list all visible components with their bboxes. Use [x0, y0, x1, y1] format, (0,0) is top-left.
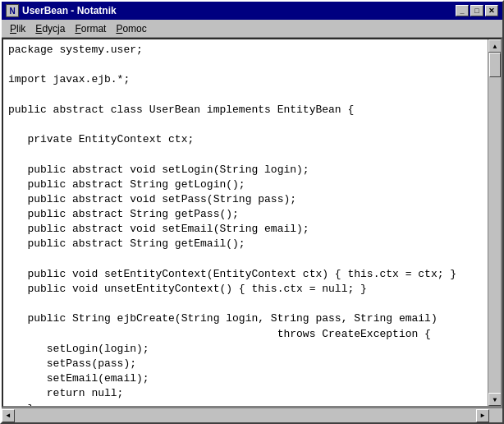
code-editor[interactable]: package systemy.user; import javax.ejb.*… — [3, 39, 488, 406]
scrollbar-h-track[interactable] — [15, 409, 476, 422]
title-bar-left: N UserBean - Notatnik — [6, 4, 117, 17]
menu-item-pomoc[interactable]: Pomoc — [111, 21, 151, 36]
scrollbar-corner — [489, 409, 502, 422]
title-bar: N UserBean - Notatnik _ □ ✕ — [2, 2, 502, 20]
menu-item-format[interactable]: Format — [70, 21, 111, 36]
main-window: N UserBean - Notatnik _ □ ✕ Plik Edycja … — [0, 0, 504, 424]
content-area: package systemy.user; import javax.ejb.*… — [2, 38, 502, 408]
maximize-button[interactable]: □ — [470, 5, 483, 16]
close-button[interactable]: ✕ — [485, 5, 498, 16]
minimize-button[interactable]: _ — [456, 5, 469, 16]
window-title: UserBean - Notatnik — [22, 5, 117, 16]
vertical-scrollbar[interactable]: ▲ ▼ — [488, 39, 501, 406]
bottom-bar: ◄ ► — [2, 408, 502, 422]
horizontal-scrollbar[interactable]: ◄ ► — [2, 409, 489, 422]
scroll-right-button[interactable]: ► — [476, 409, 489, 422]
scrollbar-track[interactable] — [488, 53, 501, 393]
menu-item-plik[interactable]: Plik — [5, 21, 30, 36]
menu-bar: Plik Edycja Format Pomoc — [2, 20, 502, 38]
scroll-down-button[interactable]: ▼ — [488, 393, 502, 406]
title-buttons: _ □ ✕ — [456, 5, 498, 16]
scroll-left-button[interactable]: ◄ — [2, 409, 15, 422]
scroll-up-button[interactable]: ▲ — [488, 39, 502, 53]
scrollbar-thumb[interactable] — [489, 53, 501, 77]
app-icon: N — [6, 4, 19, 17]
menu-item-edycja[interactable]: Edycja — [30, 21, 70, 36]
